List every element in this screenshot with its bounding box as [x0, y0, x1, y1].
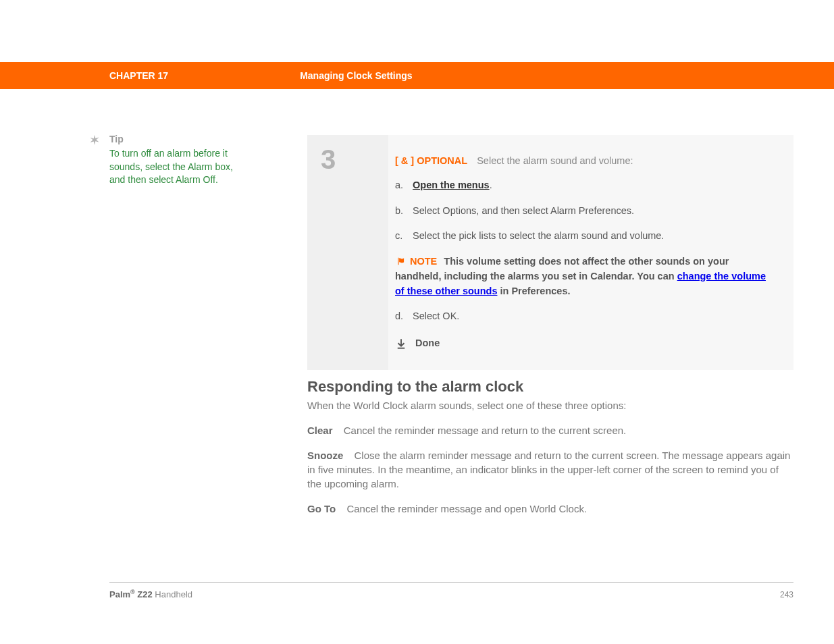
- option-goto-label: Go To: [307, 503, 336, 514]
- registered-symbol: ®: [130, 589, 135, 595]
- step-number: 3: [321, 144, 388, 175]
- option-snooze: Snooze Close the alarm reminder message …: [307, 448, 793, 491]
- option-clear: Clear Cancel the reminder message and re…: [307, 423, 793, 437]
- page-number: 243: [780, 590, 793, 599]
- step-panel: 3 [ & ] OPTIONAL Select the alarm sound …: [307, 135, 793, 370]
- tip-body: To turn off an alarm before it sounds, s…: [109, 147, 241, 187]
- product-model: Z22: [135, 589, 153, 599]
- sub-marker-d: d.: [395, 309, 410, 324]
- option-clear-label: Clear: [307, 425, 333, 436]
- asterisk-icon: [88, 134, 101, 147]
- option-clear-desc: Cancel the reminder message and return t…: [344, 425, 627, 436]
- sub-marker-a: a.: [395, 178, 410, 193]
- sub-item-d-text: Select OK.: [413, 311, 459, 321]
- note-label: NOTE: [410, 256, 437, 267]
- chapter-header-inner: CHAPTER 17 Managing Clock Settings: [109, 62, 793, 89]
- sub-item-b-text: Select Options, and then select Alarm Pr…: [413, 205, 634, 216]
- sub-item-a: a. Open the menus.: [395, 178, 773, 193]
- tip-heading: Tip: [109, 134, 277, 144]
- sub-item-b: b. Select Options, and then select Alarm…: [395, 204, 773, 219]
- chapter-header-bar: CHAPTER 17 Managing Clock Settings: [0, 62, 834, 89]
- option-goto-desc: Cancel the reminder message and open Wor…: [346, 503, 587, 514]
- optional-tag: [ & ] OPTIONAL: [395, 155, 467, 166]
- sub-item-c: c. Select the pick lists to select the a…: [395, 229, 773, 244]
- chapter-number: CHAPTER 17: [109, 70, 168, 81]
- tip-callout: Tip To turn off an alarm before it sound…: [88, 134, 277, 187]
- sub-marker-b: b.: [395, 204, 410, 219]
- option-snooze-label: Snooze: [307, 450, 343, 461]
- step-optional-line: [ & ] OPTIONAL Select the alarm sound an…: [395, 154, 773, 169]
- document-page: CHAPTER 17 Managing Clock Settings Tip T…: [0, 0, 834, 644]
- sub-item-c-text: Select the pick lists to select the alar…: [413, 230, 664, 241]
- footer-rule: [109, 582, 793, 583]
- step-sub-list: a. Open the menus. b. Select Options, an…: [395, 178, 773, 244]
- section-intro: When the World Clock alarm sounds, selec…: [307, 400, 793, 411]
- sub-marker-c: c.: [395, 229, 410, 244]
- done-label: Done: [415, 336, 440, 351]
- flag-icon: [395, 257, 407, 266]
- step-content: [ & ] OPTIONAL Select the alarm sound an…: [388, 135, 793, 370]
- sub-item-d: d. Select OK.: [395, 309, 773, 324]
- open-menus-link[interactable]: Open the menus: [413, 180, 490, 190]
- product-prefix: Palm: [109, 589, 130, 599]
- step-number-column: 3: [307, 135, 388, 370]
- product-name: Palm® Z22 Handheld: [109, 589, 192, 599]
- option-goto: Go To Cancel the reminder message and op…: [307, 502, 793, 516]
- sub-item-a-suffix: .: [490, 180, 492, 190]
- chapter-title: Managing Clock Settings: [300, 70, 412, 81]
- responding-section: Responding to the alarm clock When the W…: [307, 378, 793, 527]
- note-text-after: in Preferences.: [497, 286, 570, 296]
- optional-description: Select the alarm sound and volume:: [477, 155, 633, 166]
- done-row: Done: [395, 336, 773, 351]
- page-footer: Palm® Z22 Handheld 243: [109, 589, 793, 599]
- option-snooze-desc: Close the alarm reminder message and ret…: [307, 450, 790, 489]
- note-block: NOTEThis volume setting does not affect …: [395, 254, 773, 298]
- section-heading: Responding to the alarm clock: [307, 378, 793, 396]
- arrow-down-icon: [395, 338, 407, 350]
- product-suffix: Handheld: [153, 589, 192, 599]
